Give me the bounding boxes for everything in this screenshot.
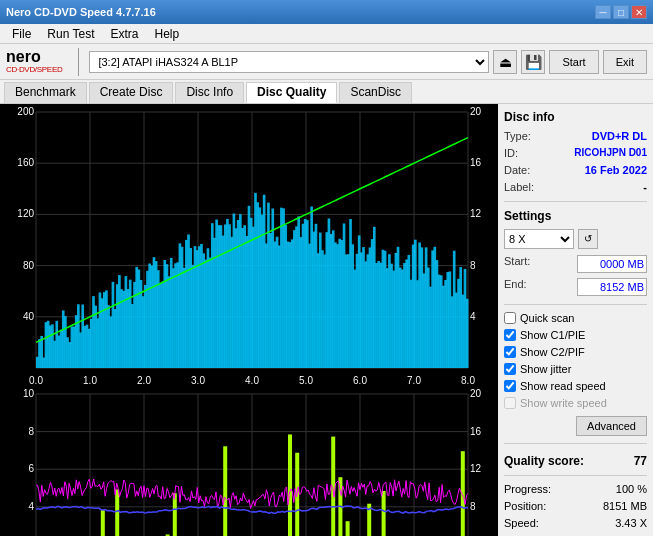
show-c2pif-row: Show C2/PIF bbox=[504, 346, 647, 358]
position-label: Position: bbox=[504, 500, 546, 512]
id-value: RICOHJPN D01 bbox=[574, 147, 647, 159]
show-c1pie-row: Show C1/PIE bbox=[504, 329, 647, 341]
app-title: Nero CD-DVD Speed 4.7.7.16 bbox=[6, 6, 156, 18]
show-c1pie-label: Show C1/PIE bbox=[520, 329, 585, 341]
label-label: Label: bbox=[504, 181, 534, 193]
disc-id-row: ID: RICOHJPN D01 bbox=[504, 147, 647, 159]
toolbar: nero CD·DVD/SPEED [3:2] ATAPI iHAS324 A … bbox=[0, 44, 653, 80]
drive-select[interactable]: [3:2] ATAPI iHAS324 A BL1P bbox=[89, 51, 489, 73]
advanced-button[interactable]: Advanced bbox=[576, 416, 647, 436]
position-row: Position: 8151 MB bbox=[504, 500, 647, 512]
speed-select[interactable]: 8 X bbox=[504, 229, 574, 249]
save-icon[interactable]: 💾 bbox=[521, 50, 545, 74]
right-panel: Disc info Type: DVD+R DL ID: RICOHJPN D0… bbox=[498, 104, 653, 536]
charts-container bbox=[0, 104, 498, 536]
disc-type-row: Type: DVD+R DL bbox=[504, 130, 647, 142]
speed-row: Speed: 3.43 X bbox=[504, 517, 647, 529]
show-write-speed-label: Show write speed bbox=[520, 397, 607, 409]
show-jitter-checkbox[interactable] bbox=[504, 363, 516, 375]
maximize-button[interactable]: □ bbox=[613, 5, 629, 19]
progress-row: Progress: 100 % bbox=[504, 483, 647, 495]
label-value: - bbox=[643, 181, 647, 193]
quality-score-row: Quality score: 77 bbox=[504, 454, 647, 468]
quick-scan-row: Quick scan bbox=[504, 312, 647, 324]
divider-4 bbox=[504, 475, 647, 476]
show-write-speed-checkbox bbox=[504, 397, 516, 409]
start-button[interactable]: Start bbox=[549, 50, 598, 74]
divider-2 bbox=[504, 304, 647, 305]
exit-button[interactable]: Exit bbox=[603, 50, 647, 74]
type-value: DVD+R DL bbox=[592, 130, 647, 142]
date-value: 16 Feb 2022 bbox=[585, 164, 647, 176]
logo: nero CD·DVD/SPEED bbox=[6, 49, 62, 74]
type-label: Type: bbox=[504, 130, 531, 142]
progress-value: 100 % bbox=[616, 483, 647, 495]
quick-scan-checkbox[interactable] bbox=[504, 312, 516, 324]
logo-nero: nero bbox=[6, 49, 62, 65]
id-label: ID: bbox=[504, 147, 518, 159]
disc-info-title: Disc info bbox=[504, 110, 647, 124]
window-controls: ─ □ ✕ bbox=[595, 5, 647, 19]
chart-column: PI Errors Average: 33.52 Maximum: 155 To… bbox=[0, 104, 498, 536]
menu-run-test[interactable]: Run Test bbox=[39, 26, 102, 41]
start-row: Start: bbox=[504, 255, 647, 273]
top-chart bbox=[0, 104, 498, 388]
show-c2pif-label: Show C2/PIF bbox=[520, 346, 585, 358]
menu-help[interactable]: Help bbox=[147, 26, 188, 41]
quality-score-value: 77 bbox=[634, 454, 647, 468]
menu-extra[interactable]: Extra bbox=[102, 26, 146, 41]
title-bar: Nero CD-DVD Speed 4.7.7.16 ─ □ ✕ bbox=[0, 0, 653, 24]
tab-disc-info[interactable]: Disc Info bbox=[175, 82, 244, 103]
main-content: PI Errors Average: 33.52 Maximum: 155 To… bbox=[0, 104, 653, 536]
divider-1 bbox=[504, 201, 647, 202]
disc-label-row: Label: - bbox=[504, 181, 647, 193]
menu-bar: File Run Test Extra Help bbox=[0, 24, 653, 44]
show-c2pif-checkbox[interactable] bbox=[504, 346, 516, 358]
end-label: End: bbox=[504, 278, 527, 296]
show-read-speed-label: Show read speed bbox=[520, 380, 606, 392]
show-c1pie-checkbox[interactable] bbox=[504, 329, 516, 341]
end-row: End: bbox=[504, 278, 647, 296]
progress-label: Progress: bbox=[504, 483, 551, 495]
logo-cdspeed: CD·DVD/SPEED bbox=[6, 65, 62, 74]
speed-setting-row: 8 X ↺ bbox=[504, 229, 647, 249]
show-jitter-row: Show jitter bbox=[504, 363, 647, 375]
minimize-button[interactable]: ─ bbox=[595, 5, 611, 19]
show-jitter-label: Show jitter bbox=[520, 363, 571, 375]
start-input[interactable] bbox=[577, 255, 647, 273]
tab-scan-disc[interactable]: ScanDisc bbox=[339, 82, 412, 103]
start-label: Start: bbox=[504, 255, 530, 273]
show-read-speed-row: Show read speed bbox=[504, 380, 647, 392]
speed-value: 3.43 X bbox=[615, 517, 647, 529]
tab-benchmark[interactable]: Benchmark bbox=[4, 82, 87, 103]
bottom-chart bbox=[0, 388, 498, 536]
disc-date-row: Date: 16 Feb 2022 bbox=[504, 164, 647, 176]
tab-disc-quality[interactable]: Disc Quality bbox=[246, 82, 337, 103]
quality-score-label: Quality score: bbox=[504, 454, 584, 468]
show-read-speed-checkbox[interactable] bbox=[504, 380, 516, 392]
tabs-bar: Benchmark Create Disc Disc Info Disc Qua… bbox=[0, 80, 653, 104]
show-write-speed-row: Show write speed bbox=[504, 397, 647, 409]
end-input[interactable] bbox=[577, 278, 647, 296]
toolbar-divider bbox=[78, 48, 79, 76]
date-label: Date: bbox=[504, 164, 530, 176]
eject-icon[interactable]: ⏏ bbox=[493, 50, 517, 74]
quick-scan-label: Quick scan bbox=[520, 312, 574, 324]
close-button[interactable]: ✕ bbox=[631, 5, 647, 19]
speed-label: Speed: bbox=[504, 517, 539, 529]
tab-create-disc[interactable]: Create Disc bbox=[89, 82, 174, 103]
menu-file[interactable]: File bbox=[4, 26, 39, 41]
settings-refresh-icon[interactable]: ↺ bbox=[578, 229, 598, 249]
divider-3 bbox=[504, 443, 647, 444]
settings-title: Settings bbox=[504, 209, 647, 223]
position-value: 8151 MB bbox=[603, 500, 647, 512]
